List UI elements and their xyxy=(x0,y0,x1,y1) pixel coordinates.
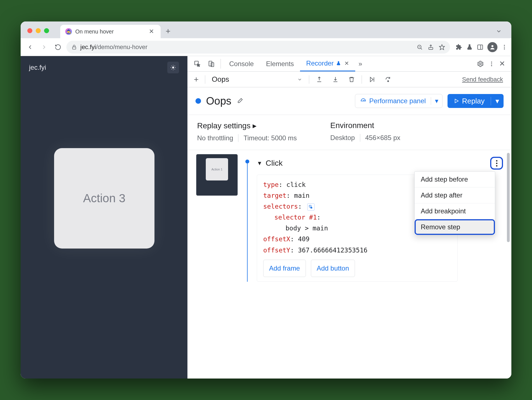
svg-line-3 xyxy=(421,48,422,49)
reload-button[interactable] xyxy=(52,42,64,53)
performance-panel-button[interactable]: Performance panel ▾ xyxy=(355,94,442,108)
env-size: 456×685 px xyxy=(365,134,400,142)
svg-marker-34 xyxy=(455,99,458,103)
svg-point-26 xyxy=(491,63,492,64)
recording-title: Oops xyxy=(206,95,231,107)
panel-icon[interactable] xyxy=(477,44,483,50)
omnibox[interactable]: jec.fyi/demo/menu-hover xyxy=(66,41,450,54)
tabs-overflow-button[interactable]: » xyxy=(355,56,366,71)
step-forward-button[interactable] xyxy=(366,76,378,83)
svg-point-9 xyxy=(504,45,505,46)
tab-recorder[interactable]: Recorder ✕ xyxy=(300,56,355,71)
environment-title: Environment xyxy=(330,121,400,130)
menu-remove-step[interactable]: Remove step xyxy=(415,219,495,235)
flask-icon xyxy=(336,61,341,66)
forward-button[interactable] xyxy=(38,42,50,53)
svg-point-24 xyxy=(480,63,482,65)
svg-point-27 xyxy=(491,65,492,66)
export-button[interactable] xyxy=(313,76,325,83)
favicon-icon: 🧙 xyxy=(65,28,72,35)
svg-marker-30 xyxy=(370,77,373,82)
env-device: Desktop xyxy=(330,134,355,142)
add-button-button[interactable]: Add button xyxy=(311,260,355,277)
action-card[interactable]: Action 3 xyxy=(54,148,154,249)
extensions-icon[interactable] xyxy=(456,44,462,50)
chevron-down-icon: ▼ xyxy=(257,160,262,167)
profile-avatar[interactable] xyxy=(487,42,497,52)
import-button[interactable] xyxy=(329,76,342,83)
recording-name: Oops xyxy=(209,75,229,84)
timeline-dot-icon xyxy=(245,160,249,163)
svg-point-25 xyxy=(491,61,492,62)
recording-header: Oops Performance panel ▾ Replay ▾ xyxy=(188,87,511,115)
device-toolbar-button[interactable] xyxy=(204,56,218,71)
tabs-overflow-button[interactable] xyxy=(496,28,507,38)
svg-point-32 xyxy=(388,81,389,82)
timeout-value: Timeout: 5000 ms xyxy=(243,134,297,142)
steps-area: Action 1 ▼ Click Add s xyxy=(188,150,511,379)
step-thumbnail[interactable]: Action 1 xyxy=(196,154,238,196)
step-header[interactable]: ▼ Click Add step before Add step after A… xyxy=(257,154,503,175)
svg-rect-6 xyxy=(478,45,483,49)
action-card-label: Action 3 xyxy=(83,192,125,205)
star-icon[interactable] xyxy=(439,44,445,50)
svg-rect-22 xyxy=(209,61,212,66)
tab-console[interactable]: Console xyxy=(223,56,260,71)
scrollbar[interactable] xyxy=(507,153,510,242)
add-frame-button[interactable]: Add frame xyxy=(263,260,306,277)
record-indicator-icon xyxy=(195,98,201,104)
send-feedback-link[interactable]: Send feedback xyxy=(462,76,507,83)
back-button[interactable] xyxy=(25,42,36,53)
theme-toggle-button[interactable] xyxy=(167,62,179,73)
svg-point-11 xyxy=(504,48,505,49)
devtools-panel: Console Elements Recorder ✕ » ✕ + Oops xyxy=(187,56,511,379)
svg-line-18 xyxy=(175,69,175,69)
replay-settings-toggle[interactable]: Replay settings ▸ xyxy=(197,121,297,130)
menu-add-breakpoint[interactable]: Add breakpoint xyxy=(415,203,495,219)
delete-button[interactable] xyxy=(345,76,358,83)
recording-dropdown[interactable] xyxy=(294,77,305,82)
kebab-menu-icon[interactable] xyxy=(501,44,507,50)
gauge-icon xyxy=(360,98,366,104)
svg-rect-0 xyxy=(72,47,76,49)
selector-picker-button[interactable] xyxy=(307,203,315,211)
toolbar-icons xyxy=(453,42,507,52)
zoom-icon[interactable] xyxy=(417,44,423,50)
thumbnail-card: Action 1 xyxy=(206,158,228,180)
page-preview: jec.fyi Action 3 xyxy=(21,56,187,379)
new-tab-button[interactable]: + xyxy=(161,26,176,38)
minimize-window-button[interactable] xyxy=(36,28,41,33)
close-tab-button[interactable]: ✕ xyxy=(147,28,156,35)
step-options-button[interactable] xyxy=(490,157,503,170)
svg-line-17 xyxy=(171,66,172,66)
replay-dropdown[interactable]: ▾ xyxy=(491,97,504,105)
url-text: jec.fyi/demo/menu-hover xyxy=(80,44,147,51)
replay-button[interactable]: Replay ▾ xyxy=(448,94,504,108)
tab-elements[interactable]: Elements xyxy=(260,56,300,71)
menu-add-step-after[interactable]: Add step after xyxy=(415,187,495,203)
tab-title: On menu hover xyxy=(75,28,144,35)
close-tab-icon[interactable]: ✕ xyxy=(344,60,349,67)
new-recording-button[interactable]: + xyxy=(192,75,201,84)
close-window-button[interactable] xyxy=(27,28,32,33)
browser-window: 🧙 On menu hover ✕ + jec.fyi/demo/menu-ho… xyxy=(21,21,511,379)
edit-title-button[interactable] xyxy=(236,98,243,104)
performance-panel-dropdown[interactable]: ▾ xyxy=(431,97,442,105)
sun-icon xyxy=(170,64,176,71)
flask-icon[interactable] xyxy=(466,44,473,50)
inspect-element-button[interactable] xyxy=(190,56,204,71)
context-menu: Add step before Add step after Add break… xyxy=(414,171,495,235)
tab-bar: 🧙 On menu hover ✕ + xyxy=(21,21,511,38)
menu-add-step-before[interactable]: Add step before xyxy=(415,172,495,187)
gear-icon[interactable] xyxy=(477,60,484,68)
recording-settings: Replay settings ▸ No throttling Timeout:… xyxy=(188,115,511,150)
maximize-window-button[interactable] xyxy=(44,28,49,33)
site-name: jec.fyi xyxy=(29,64,46,71)
svg-point-10 xyxy=(504,47,505,48)
share-icon[interactable] xyxy=(428,44,434,50)
close-devtools-button[interactable]: ✕ xyxy=(499,59,505,68)
timeline xyxy=(245,154,250,282)
browser-tab[interactable]: 🧙 On menu hover ✕ xyxy=(60,25,161,38)
step-over-button[interactable] xyxy=(382,76,394,83)
kebab-menu-icon[interactable] xyxy=(489,61,495,67)
